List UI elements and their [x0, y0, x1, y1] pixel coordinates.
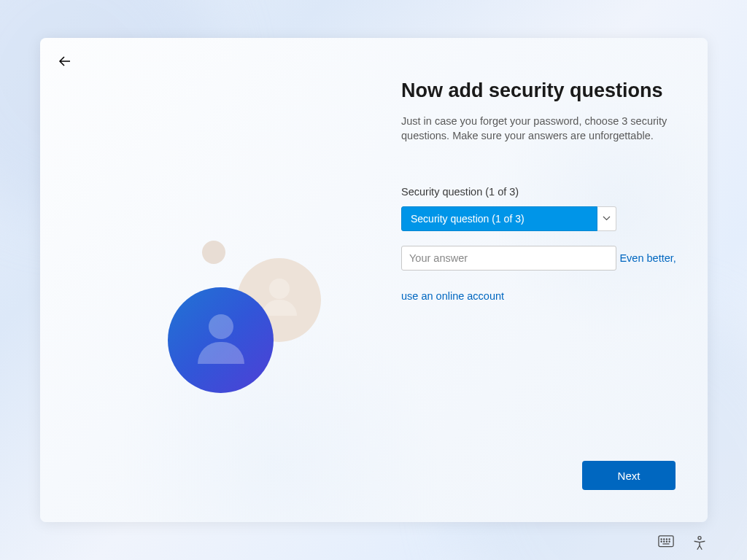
- svg-point-5: [661, 541, 662, 542]
- svg-point-1: [661, 539, 662, 540]
- svg-point-10: [698, 537, 701, 540]
- system-tray: [658, 535, 708, 551]
- keyboard-icon: [658, 535, 674, 548]
- arrow-left-icon: [56, 52, 74, 70]
- user-illustration: [128, 228, 317, 388]
- select-value[interactable]: Security question (1 of 3): [401, 206, 597, 231]
- page-title: Now add security questions: [401, 79, 689, 102]
- page-subtitle: Just in case you forget your password, c…: [401, 114, 689, 144]
- content-panel: Now add security questions Just in case …: [401, 79, 689, 303]
- question-label: Security question (1 of 3): [401, 186, 689, 198]
- back-button[interactable]: [56, 52, 74, 70]
- chevron-down-icon: [603, 216, 611, 221]
- svg-point-7: [666, 541, 667, 542]
- svg-point-4: [669, 539, 670, 540]
- next-button[interactable]: Next: [582, 461, 676, 490]
- security-question-select[interactable]: Security question (1 of 3): [401, 206, 616, 231]
- svg-point-2: [664, 539, 665, 540]
- accessibility-button[interactable]: [692, 535, 708, 551]
- select-toggle[interactable]: [597, 206, 616, 231]
- keyboard-button[interactable]: [658, 535, 674, 551]
- setup-card: Now add security questions Just in case …: [40, 38, 708, 522]
- svg-point-6: [664, 541, 665, 542]
- avatar-foreground-icon: [168, 287, 274, 393]
- accessibility-icon: [692, 535, 708, 551]
- svg-point-8: [669, 541, 670, 542]
- decoration-dot: [202, 241, 225, 264]
- answer-input[interactable]: [401, 246, 616, 271]
- svg-point-3: [666, 539, 667, 540]
